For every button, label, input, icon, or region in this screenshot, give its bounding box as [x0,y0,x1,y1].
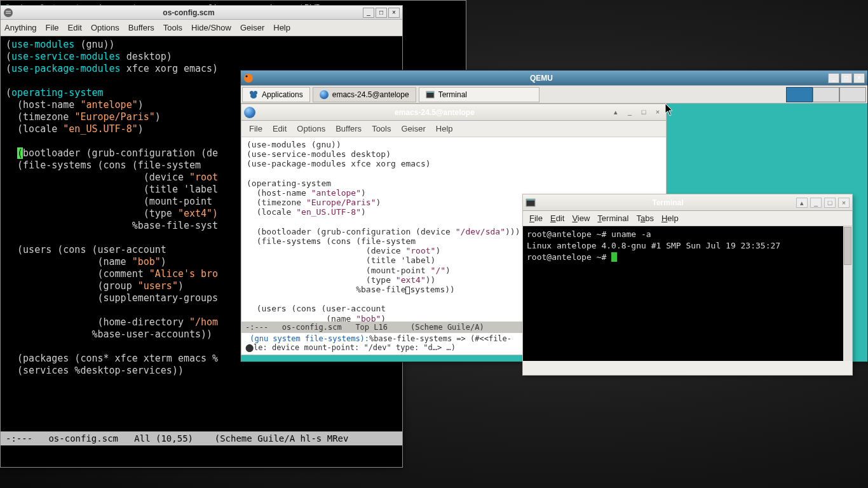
qemu-app-icon [243,73,254,83]
menu-file[interactable]: File [249,124,262,133]
close-button[interactable]: × [652,107,663,118]
globe-icon [320,90,329,99]
svg-rect-9 [426,92,434,93]
maximize-button[interactable]: □ [376,8,387,18]
menu-geiser[interactable]: Geiser [401,124,425,133]
qemu-titlebar[interactable]: QEMU _ □ × [241,71,867,86]
roll-up-button[interactable]: ▴ [610,107,621,118]
applications-label: Applications [262,90,303,99]
minimize-button[interactable]: _ [828,73,839,83]
maximize-button[interactable]: □ [841,73,852,83]
menu-view[interactable]: View [572,214,590,223]
menu-tools[interactable]: Tools [372,124,391,133]
window-menu-icon[interactable] [3,8,13,18]
minimize-button[interactable]: _ [810,198,822,208]
terminal-vm-window: Terminal ▴ _ □ × File Edit View Terminal… [522,194,853,376]
maximize-button[interactable]: □ [638,107,649,118]
close-button[interactable]: × [388,8,400,18]
menu-file[interactable]: File [46,23,59,32]
svg-rect-1 [6,11,11,12]
svg-rect-11 [526,199,535,200]
menu-anything[interactable]: Anything [4,23,37,32]
qemu-desktop[interactable]: Applications emacs-24.5@antelope Termina… [241,86,867,362]
menu-file[interactable]: File [529,214,543,223]
menu-tabs[interactable]: Tabs [636,214,653,223]
taskbar-item-emacs[interactable]: emacs-24.5@antelope [313,87,416,102]
scrollbar-thumb[interactable] [844,227,851,265]
emacs-host-minibuffer[interactable] [1,445,402,467]
terminal-vm-menubar: File Edit View Terminal Tabs Help [523,211,852,226]
emacs-host-menubar: Anything File Edit Options Buffers Tools… [1,20,402,36]
menu-help[interactable]: Help [436,124,453,133]
emacs-vm-menubar: File Edit Options Buffers Tools Geiser H… [241,121,666,137]
emacs-vm-titlebar[interactable]: emacs-24.5@antelope ▴ _ □ × [241,104,666,121]
menu-edit[interactable]: Edit [550,214,564,223]
close-button[interactable]: × [853,73,865,83]
menu-buffers[interactable]: Buffers [128,23,154,32]
svg-point-7 [250,93,257,98]
menu-help[interactable]: Help [273,23,290,32]
xfce-panel: Applications emacs-24.5@antelope Termina… [241,86,867,104]
taskbar-item-label: Terminal [438,90,467,99]
workspace-pager[interactable] [786,87,866,102]
workspace-1[interactable] [786,87,813,102]
roll-up-button[interactable]: ▴ [796,198,808,208]
terminal-icon [526,198,536,208]
menu-help[interactable]: Help [661,214,679,223]
emacs-host-cursor: ( [17,147,23,159]
xfce-mouse-icon [249,90,258,99]
svg-point-3 [244,74,253,83]
menu-edit[interactable]: Edit [273,124,287,133]
terminal-icon [426,90,435,99]
emacs-vm-title: emacs-24.5@antelope [259,108,610,117]
svg-point-4 [246,75,248,77]
qemu-title: QEMU [256,74,827,83]
menu-options[interactable]: Options [91,23,119,32]
close-button[interactable]: × [838,198,850,208]
terminal-vm-titlebar[interactable]: Terminal ▴ _ □ × [523,194,852,211]
menu-options[interactable]: Options [297,124,325,133]
qemu-window: QEMU _ □ × Applications emacs-24.5@antel… [240,70,868,362]
terminal-scrollbar[interactable] [843,226,852,361]
workspace-2[interactable] [813,87,839,102]
emacs-host-title: os-config.scm [16,8,362,17]
menu-edit[interactable]: Edit [68,23,82,32]
maximize-button[interactable]: □ [824,198,836,208]
taskbar-item-terminal[interactable]: Terminal [419,87,539,102]
terminal-vm-cursor [611,252,617,262]
workspace-3[interactable] [839,87,866,102]
menu-terminal[interactable]: Terminal [597,214,628,223]
terminal-vm-content[interactable]: root@antelope ~# uname -a Linux antelope… [523,226,852,361]
emacs-host-titlebar[interactable]: os-config.scm _ □ × [1,6,402,20]
minimize-button[interactable]: _ [624,107,635,118]
svg-rect-2 [6,13,11,14]
emacs-host-modeline: -:--- os-config.scm All (10,55) (Scheme … [1,431,402,445]
menu-hideshow[interactable]: Hide/Show [191,23,231,32]
menu-tools[interactable]: Tools [163,23,182,32]
minimize-button[interactable]: _ [363,8,374,18]
taskbar-item-label: emacs-24.5@antelope [332,90,409,99]
terminal-vm-title: Terminal [539,198,796,207]
menu-geiser[interactable]: Geiser [240,23,264,32]
applications-menu-button[interactable]: Applications [242,87,310,102]
globe-icon [244,107,255,118]
menu-buffers[interactable]: Buffers [336,124,362,133]
